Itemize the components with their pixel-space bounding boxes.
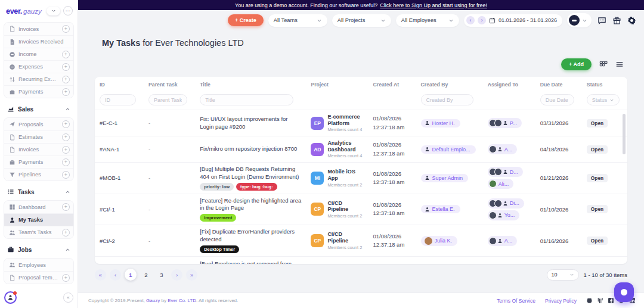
sidebar-item-tasks-dashboard[interactable]: Dashboard + — [4, 201, 73, 213]
add-icon[interactable]: + — [62, 171, 70, 179]
table-scrollbar[interactable] — [623, 114, 626, 154]
sidebar-item-teams-tasks[interactable]: Team's Tasks + — [4, 226, 73, 238]
add-icon[interactable]: + — [62, 63, 70, 71]
table-row[interactable]: [Bug] Employee is not removed from — [95, 256, 627, 264]
table-row[interactable]: #MOB-1 - [Bug] Multiple DB Requests Retu… — [95, 163, 627, 194]
assignee-pill[interactable]: P... — [488, 118, 522, 128]
column-header-created-by[interactable]: Created By — [416, 77, 483, 92]
column-header-assigned-to[interactable]: Assigned To — [483, 77, 535, 92]
assignee-pill[interactable]: D... — [488, 167, 523, 177]
column-header-id[interactable]: ID — [95, 77, 144, 92]
column-header-created-at[interactable]: Created At — [368, 77, 416, 92]
table-row[interactable]: #CI/-1 - [Feature] Re-design the highlig… — [95, 194, 627, 225]
pagination-page-3[interactable]: 3 — [156, 269, 168, 281]
add-icon[interactable]: + — [62, 229, 70, 237]
column-header-title[interactable]: Title — [195, 77, 306, 92]
add-icon[interactable]: + — [62, 120, 70, 128]
gauzy-logo[interactable]: ever.gauzy — [6, 5, 44, 16]
settings-gear-icon[interactable] — [627, 16, 636, 25]
sidebar-item-sales-invoices[interactable]: Invoices + — [4, 143, 73, 155]
add-icon[interactable]: + — [62, 274, 70, 282]
add-icon[interactable]: + — [62, 146, 70, 154]
sidebar-more-button[interactable]: ⋯ — [63, 6, 73, 15]
sidebar-item-invoices-received[interactable]: Invoices Received — [4, 35, 73, 48]
add-icon[interactable]: + — [62, 133, 70, 141]
add-icon[interactable]: + — [62, 51, 70, 58]
pagination-page-1[interactable]: 1 — [125, 269, 137, 281]
user-avatar[interactable] — [4, 291, 17, 304]
sidebar-item-sales-payments[interactable]: Payments + — [4, 155, 73, 168]
sidebar-item-income[interactable]: Income + — [4, 48, 73, 60]
account-menu[interactable] — [567, 13, 592, 27]
assignee-pill[interactable]: Yo... — [488, 210, 520, 220]
sidebar-item-proposals[interactable]: Proposals + — [4, 118, 73, 130]
add-icon[interactable]: + — [62, 88, 70, 96]
add-icon[interactable]: + — [62, 76, 70, 83]
pagination-prev-button[interactable]: ‹ — [110, 269, 121, 281]
sidebar-item-employees[interactable]: Employees — [4, 259, 73, 271]
assignee-pill[interactable]: Ali... — [488, 179, 514, 189]
ever-co-link[interactable]: Ever Co. LTD — [168, 298, 196, 303]
sidebar-section-sales[interactable]: Sales — [3, 102, 75, 116]
created-by-pill[interactable]: Hoster H. — [421, 119, 460, 127]
gauzy-link[interactable]: Gauzy — [146, 298, 160, 303]
column-header-project[interactable]: Project — [306, 77, 368, 92]
create-button[interactable]: + Create — [228, 14, 264, 26]
table-row[interactable]: #E-C-1 - Fix: UI/UX layout improvements … — [95, 110, 627, 136]
table-row[interactable]: #ANA-1 - Fix/mikro orm repository inject… — [95, 136, 627, 163]
add-task-button[interactable]: + Add — [561, 58, 592, 70]
sidebar-collapse-button[interactable]: « — [63, 293, 73, 303]
assignee-pill[interactable]: A... — [488, 236, 518, 246]
privacy-policy-link[interactable]: Privacy Policy — [545, 298, 577, 304]
column-header-parent-task[interactable]: Parent Task — [144, 77, 195, 92]
id-filter-input[interactable] — [100, 94, 136, 105]
sidebar-item-estimates[interactable]: Estimates + — [4, 130, 73, 143]
sidebar-item-pipelines[interactable]: Pipelines + — [4, 168, 73, 181]
employees-filter-select[interactable]: All Employees — [396, 14, 459, 27]
column-header-due-date[interactable]: Due Date — [535, 77, 582, 92]
page-size-select[interactable]: 10 — [547, 269, 579, 281]
created-by-pill[interactable]: Default Emplo... — [421, 145, 476, 154]
assignee-pill[interactable]: Di... — [488, 198, 524, 209]
add-icon[interactable]: + — [62, 203, 70, 211]
created-by-filter-input[interactable] — [421, 94, 473, 105]
title-filter-input[interactable] — [200, 94, 293, 105]
pagination-last-button[interactable]: » — [186, 269, 197, 281]
created-by-pill[interactable]: Julia K. — [421, 236, 458, 246]
status-filter-select[interactable]: Status — [587, 94, 620, 105]
sidebar-item-proposal-template[interactable]: Proposal Template + — [4, 271, 73, 284]
facebook-icon[interactable] — [608, 297, 614, 304]
created-by-pill[interactable]: Estella E. — [421, 205, 460, 213]
kanban-view-icon[interactable] — [599, 60, 608, 69]
sidebar-item-recurring-expenses[interactable]: Recurring Expenses + — [4, 73, 73, 85]
table-row[interactable]: #CI/-2 - [Fix] Duplicate ErrorHandler pr… — [95, 225, 627, 257]
list-view-icon[interactable] — [615, 60, 624, 69]
date-range-picker[interactable]: ‹ › 01.01.2026 - 31.01.2026 — [464, 14, 562, 27]
terms-of-service-link[interactable]: Terms Of Service — [497, 298, 535, 304]
date-prev-button[interactable]: ‹ — [466, 16, 475, 24]
sidebar-item-my-tasks[interactable]: My Tasks — [4, 213, 73, 226]
date-next-button[interactable]: › — [478, 16, 486, 24]
support-chat-icon[interactable] — [597, 16, 606, 25]
sidebar-item-expenses[interactable]: Expenses + — [4, 60, 73, 73]
pagination-page-2[interactable]: 2 — [140, 269, 152, 281]
sidebar-item-invoices[interactable]: Invoices + — [4, 23, 73, 35]
gitter-icon[interactable] — [597, 297, 603, 304]
github-icon[interactable] — [586, 297, 593, 304]
pagination-first-button[interactable]: « — [95, 269, 106, 281]
gift-icon[interactable] — [612, 16, 621, 25]
parent-task-filter-input[interactable] — [148, 94, 187, 105]
column-header-status[interactable]: Status — [582, 77, 627, 92]
created-by-pill[interactable]: Super Admin — [421, 174, 469, 182]
projects-filter-select[interactable]: All Projects — [332, 14, 391, 27]
due-date-filter-input[interactable] — [540, 94, 574, 105]
signup-link[interactable]: Click here to Sign Up and start using fo… — [380, 2, 487, 8]
assignee-pill[interactable]: A... — [488, 144, 518, 154]
add-icon[interactable]: + — [62, 25, 70, 33]
pagination-next-button[interactable]: › — [171, 269, 182, 281]
sidebar-section-tasks[interactable]: Tasks — [3, 185, 75, 198]
sidebar-section-jobs[interactable]: Jobs — [3, 243, 75, 256]
organization-switcher-button[interactable] — [47, 7, 60, 15]
add-icon[interactable]: + — [62, 158, 70, 166]
sidebar-item-payments[interactable]: Payments + — [4, 85, 73, 98]
